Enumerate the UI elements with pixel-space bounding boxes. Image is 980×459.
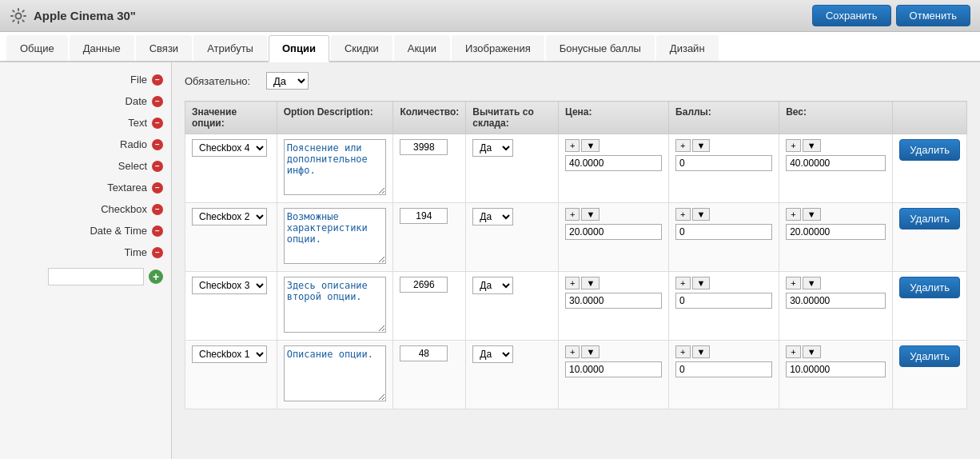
- col-header: Баллы:: [669, 102, 779, 134]
- remove-icon[interactable]: −: [152, 74, 163, 86]
- tab-акции[interactable]: Акции: [394, 35, 450, 61]
- option-qty-cell: [393, 134, 466, 203]
- points-minus-button[interactable]: ▼: [692, 139, 711, 152]
- price-input[interactable]: [565, 224, 662, 240]
- delete-button[interactable]: Удалить: [899, 139, 960, 161]
- weight-plus-button[interactable]: +: [786, 208, 800, 221]
- points-minus-button[interactable]: ▼: [692, 277, 711, 289]
- remove-icon[interactable]: −: [152, 182, 163, 194]
- qty-input[interactable]: [400, 208, 448, 224]
- deduct-select[interactable]: ДаНет: [472, 277, 513, 294]
- delete-button[interactable]: Удалить: [899, 277, 960, 298]
- tab-дизайн[interactable]: Дизайн: [656, 35, 719, 61]
- weight-input[interactable]: [786, 224, 886, 240]
- table-row: Checkbox 1Описание опции.ДаНет + ▼ + ▼ +…: [185, 341, 967, 409]
- add-icon[interactable]: +: [149, 269, 163, 284]
- weight-input[interactable]: [786, 361, 886, 377]
- tab-атрибуты[interactable]: Атрибуты: [193, 35, 267, 61]
- qty-input[interactable]: [400, 139, 448, 155]
- price-minus-button[interactable]: ▼: [581, 139, 600, 152]
- tab-опции[interactable]: Опции: [269, 35, 329, 62]
- price-input[interactable]: [565, 361, 662, 377]
- tab-данные[interactable]: Данные: [70, 35, 134, 61]
- option-weight-cell: + ▼: [779, 341, 893, 409]
- sidebar-item-checkbox: Checkbox −: [0, 198, 171, 220]
- tab-скидки[interactable]: Скидки: [331, 35, 392, 61]
- option-delete-cell: Удалить: [893, 203, 967, 272]
- points-plus-button[interactable]: +: [675, 208, 690, 221]
- option-weight-cell: + ▼: [779, 134, 893, 203]
- remove-icon[interactable]: −: [152, 161, 163, 172]
- option-points-cell: + ▼: [669, 272, 779, 341]
- points-plus-button[interactable]: +: [675, 277, 690, 289]
- delete-button[interactable]: Удалить: [899, 208, 960, 230]
- points-input[interactable]: [675, 293, 772, 309]
- deduct-select[interactable]: ДаНет: [472, 139, 513, 157]
- points-minus-button[interactable]: ▼: [692, 345, 711, 358]
- remove-icon[interactable]: −: [152, 226, 163, 237]
- tab-бонусные-баллы[interactable]: Бонусные баллы: [546, 35, 655, 61]
- price-minus-button[interactable]: ▼: [581, 208, 600, 221]
- option-desc-textarea[interactable]: Возможные характеристики опции.: [284, 208, 387, 264]
- remove-icon[interactable]: −: [152, 139, 163, 150]
- weight-plus-button[interactable]: +: [786, 277, 800, 289]
- points-plus-button[interactable]: +: [675, 139, 690, 152]
- required-select[interactable]: ДаНет: [266, 72, 309, 90]
- points-input[interactable]: [675, 361, 772, 377]
- weight-minus-button[interactable]: ▼: [803, 345, 821, 358]
- col-header: Вес:: [779, 102, 893, 134]
- delete-button[interactable]: Удалить: [899, 345, 960, 367]
- option-type-cell: Checkbox 2: [185, 203, 277, 272]
- content-area: Обязательно: ДаНет Значение опции:Option…: [172, 62, 980, 459]
- price-plus-button[interactable]: +: [565, 277, 580, 289]
- option-type-select[interactable]: Checkbox 3: [192, 277, 267, 294]
- table-row: Checkbox 3Здесь описание второй опции.Да…: [185, 272, 967, 341]
- qty-input[interactable]: [400, 345, 448, 361]
- deduct-select[interactable]: ДаНет: [472, 208, 513, 226]
- cancel-button[interactable]: Отменить: [896, 5, 970, 26]
- price-plus-button[interactable]: +: [565, 345, 580, 358]
- price-plus-button[interactable]: +: [565, 208, 580, 221]
- option-type-select[interactable]: Checkbox 1: [192, 345, 267, 363]
- option-price-cell: + ▼: [558, 203, 668, 272]
- tab-связи[interactable]: Связи: [136, 35, 192, 61]
- price-input[interactable]: [565, 155, 662, 171]
- option-desc-textarea[interactable]: Описание опции.: [284, 345, 387, 401]
- weight-minus-button[interactable]: ▼: [803, 277, 821, 289]
- remove-icon[interactable]: −: [152, 247, 163, 258]
- deduct-select[interactable]: ДаНет: [472, 345, 513, 363]
- save-button[interactable]: Сохранить: [812, 5, 891, 26]
- price-input[interactable]: [565, 293, 662, 309]
- points-plus-button[interactable]: +: [675, 345, 690, 358]
- option-type-select[interactable]: Checkbox 4: [192, 139, 267, 157]
- weight-plus-button[interactable]: +: [786, 345, 800, 358]
- tab-изображения[interactable]: Изображения: [452, 35, 544, 61]
- option-type-select[interactable]: Checkbox 2: [192, 208, 267, 226]
- remove-icon[interactable]: −: [152, 118, 163, 129]
- option-weight-cell: + ▼: [779, 203, 893, 272]
- option-desc-textarea[interactable]: Пояснение или дополнительное инфо.: [284, 139, 387, 195]
- points-input[interactable]: [675, 224, 772, 240]
- option-qty-cell: [393, 203, 466, 272]
- tab-общие[interactable]: Общие: [6, 35, 68, 61]
- col-header: Цена:: [558, 102, 668, 134]
- option-desc-cell: Описание опции.: [277, 341, 393, 409]
- price-minus-button[interactable]: ▼: [581, 277, 600, 289]
- price-minus-button[interactable]: ▼: [581, 345, 600, 358]
- option-desc-textarea[interactable]: Здесь описание второй опции.: [284, 277, 387, 333]
- qty-input[interactable]: [400, 277, 448, 293]
- table-row: Checkbox 4Пояснение или дополнительное и…: [185, 134, 967, 203]
- sidebar-add-input[interactable]: [48, 268, 144, 285]
- weight-input[interactable]: [786, 293, 886, 309]
- weight-minus-button[interactable]: ▼: [803, 139, 821, 152]
- points-input[interactable]: [675, 155, 772, 171]
- points-minus-button[interactable]: ▼: [692, 208, 711, 221]
- weight-input[interactable]: [786, 155, 886, 171]
- weight-minus-button[interactable]: ▼: [803, 208, 821, 221]
- price-plus-button[interactable]: +: [565, 139, 580, 152]
- remove-icon[interactable]: −: [152, 204, 163, 215]
- option-type-cell: Checkbox 3: [185, 272, 277, 341]
- sidebar-label: File: [130, 74, 147, 86]
- remove-icon[interactable]: −: [152, 96, 163, 107]
- weight-plus-button[interactable]: +: [786, 139, 800, 152]
